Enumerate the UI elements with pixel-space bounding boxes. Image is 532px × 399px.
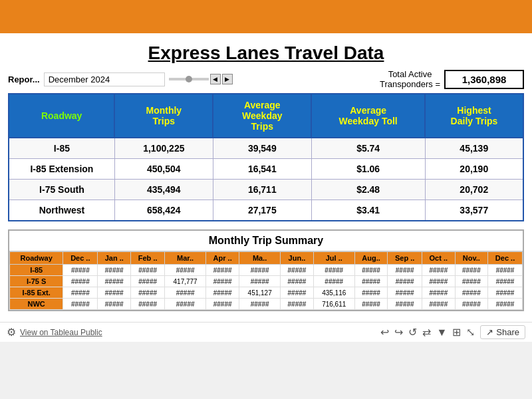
summary-roadway-cell: I-85 Ext. (10, 287, 63, 299)
table-row: Northwest 658,424 27,175 $3.41 33,577 (9, 200, 523, 221)
summary-col-month: Dec .. (488, 252, 523, 265)
avg-toll-cell: $3.41 (311, 200, 425, 221)
summary-data-cell: 716,611 (313, 299, 354, 310)
summary-row: I-75 S###############417,777############… (10, 276, 523, 287)
report-label: Repor... (8, 74, 40, 84)
summary-row: I-85 Ext.#########################451,12… (10, 287, 523, 299)
slider-track (169, 78, 209, 80)
summary-data-cell: ##### (165, 265, 206, 276)
avg-weekday-cell: 39,549 (213, 138, 311, 159)
summary-data-cell: ##### (388, 287, 422, 299)
summary-data-cell: ##### (98, 299, 131, 310)
highest-daily-cell: 20,702 (425, 180, 523, 200)
share-button[interactable]: ↗ Share (480, 325, 525, 339)
summary-data-cell: ##### (131, 287, 165, 299)
redo-icon[interactable]: ↪ (394, 326, 403, 338)
monthly-trips-cell: 450,504 (114, 159, 213, 180)
summary-data-cell: ##### (131, 299, 165, 310)
summary-roadway-cell: I-75 S (10, 276, 63, 287)
summary-title: Monthly Trip Summary (9, 231, 523, 251)
page-title: Express Lanes Travel Data (8, 43, 524, 64)
monthly-trips-cell: 1,100,225 (114, 138, 213, 159)
summary-data-cell: ##### (422, 287, 456, 299)
summary-col-month: Jan .. (98, 252, 131, 265)
highest-daily-cell: 33,577 (425, 200, 523, 221)
summary-col-month: Dec .. (63, 252, 98, 265)
summary-data-cell: ##### (239, 299, 281, 310)
summary-data-cell: ##### (98, 276, 131, 287)
summary-col-month: Jul .. (313, 252, 354, 265)
roadway-cell: Northwest (9, 200, 114, 221)
slider-back-btn[interactable]: ◀ (210, 74, 221, 84)
summary-data-cell: ##### (388, 299, 422, 310)
col-header-highest-daily: Highest Daily Trips (425, 94, 523, 138)
reset-icon[interactable]: ↺ (408, 326, 417, 338)
summary-data-cell: ##### (455, 276, 488, 287)
summary-data-cell: ##### (281, 276, 314, 287)
summary-data-cell: ##### (354, 276, 388, 287)
summary-data-cell: ##### (422, 299, 456, 310)
summary-data-cell: ##### (206, 287, 239, 299)
summary-data-cell: ##### (206, 299, 239, 310)
summary-data-cell: ##### (239, 276, 281, 287)
summary-section: Monthly Trip Summary RoadwayDec ..Jan ..… (8, 229, 524, 311)
summary-data-cell: ##### (165, 287, 206, 299)
table-row: I-85 Extension 450,504 16,541 $1.06 20,1… (9, 159, 523, 180)
highest-daily-cell: 20,190 (425, 159, 523, 180)
slider-forward-btn[interactable]: ▶ (222, 74, 233, 84)
summary-table: RoadwayDec ..Jan ..Feb ..Mar..Apr ..Ma..… (9, 251, 523, 310)
avg-toll-cell: $1.06 (311, 159, 425, 180)
summary-col-month: Apr .. (206, 252, 239, 265)
summary-col-month: Sep .. (388, 252, 422, 265)
summary-data-cell: ##### (281, 287, 314, 299)
undo-icon[interactable]: ↩ (380, 326, 389, 338)
avg-weekday-cell: 16,711 (213, 180, 311, 200)
summary-data-cell: ##### (388, 265, 422, 276)
summary-data-cell: ##### (422, 276, 456, 287)
nav-down-icon[interactable]: ▼ (436, 327, 447, 338)
col-header-roadway: Roadway (9, 94, 114, 138)
summary-row: I-85####################################… (10, 265, 523, 276)
footer-bar: ⚙ View on Tableau Public ↩ ↪ ↺ ⇄ ▼ ⊞ ⤡ ↗… (0, 322, 532, 342)
summary-data-cell: ##### (63, 265, 98, 276)
layout-icon[interactable]: ⊞ (452, 326, 461, 338)
summary-data-cell: ##### (354, 299, 388, 310)
summary-col-month: Nov.. (455, 252, 488, 265)
monthly-trips-cell: 658,424 (114, 200, 213, 221)
slider-area: ◀ ▶ (169, 74, 233, 84)
summary-data-cell: ##### (98, 265, 131, 276)
nav-icon[interactable]: ⇄ (422, 326, 431, 338)
summary-data-cell: ##### (239, 265, 281, 276)
roadway-cell: I-85 (9, 138, 114, 159)
expand-icon[interactable]: ⤡ (466, 326, 475, 338)
summary-roadway-cell: NWC (10, 299, 63, 310)
tableau-icon: ⚙ (7, 326, 16, 338)
summary-data-cell: 435,116 (313, 287, 354, 299)
summary-col-roadway: Roadway (10, 252, 63, 265)
avg-toll-cell: $5.74 (311, 138, 425, 159)
summary-data-cell: ##### (63, 299, 98, 310)
avg-weekday-cell: 16,541 (213, 159, 311, 180)
summary-data-cell: ##### (63, 276, 98, 287)
date-input[interactable] (44, 72, 165, 86)
summary-data-cell: 451,127 (239, 287, 281, 299)
tableau-label[interactable]: View on Tableau Public (20, 328, 102, 337)
roadway-cell: I-85 Extension (9, 159, 114, 180)
summary-data-cell: ##### (63, 287, 98, 299)
summary-data-cell: ##### (281, 265, 314, 276)
share-icon: ↗ (486, 327, 493, 337)
summary-data-cell: ##### (281, 299, 314, 310)
roadway-cell: I-75 South (9, 180, 114, 200)
summary-col-month: Ma.. (239, 252, 281, 265)
highest-daily-cell: 45,139 (425, 138, 523, 159)
summary-row: NWC###################################71… (10, 299, 523, 310)
transponders-label: Total Active Transponders = (380, 69, 440, 89)
summary-data-cell: ##### (488, 265, 523, 276)
summary-data-cell: ##### (488, 276, 523, 287)
table-row: I-75 South 435,494 16,711 $2.48 20,702 (9, 180, 523, 200)
transponders-value: 1,360,898 (444, 70, 524, 89)
summary-data-cell: ##### (131, 265, 165, 276)
summary-col-month: Aug.. (354, 252, 388, 265)
summary-data-cell: ##### (488, 287, 523, 299)
table-row: I-85 1,100,225 39,549 $5.74 45,139 (9, 138, 523, 159)
